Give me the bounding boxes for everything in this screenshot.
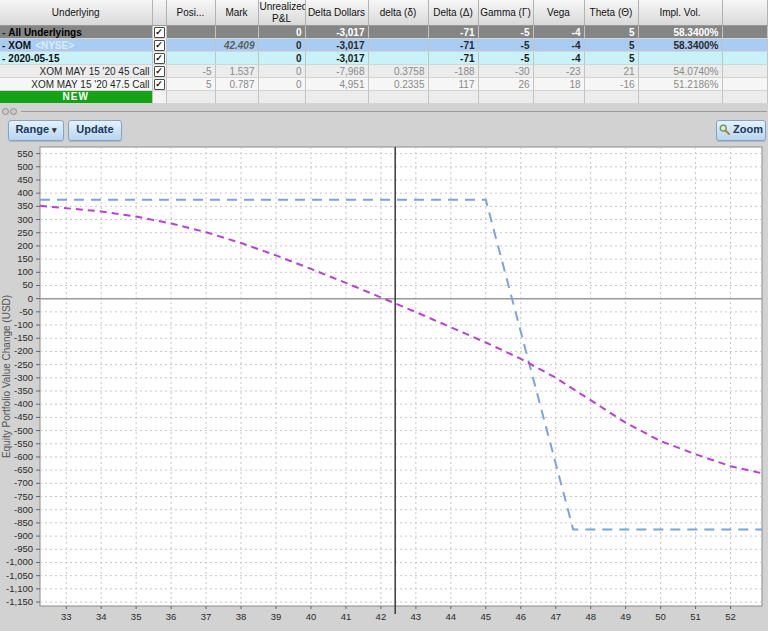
column-header-gamma[interactable]: Gamma (Γ) [478,0,533,26]
cell-delta-small: 0.3758 [368,65,428,78]
cell-delta-cap: 117 [428,78,478,91]
cell-impl-vol: 58.3400% [638,26,722,39]
svg-text:36: 36 [166,611,177,622]
cell-filler [722,39,768,52]
cell-unrealized-pl: 0 [258,39,305,52]
column-header-delta_dollars[interactable]: Delta Dollars [305,0,368,26]
svg-text:44: 44 [446,611,457,622]
cell-include: ✓ [152,39,166,52]
cell-delta-dollars: 4,951 [305,78,368,91]
column-header-underlying[interactable]: Underlying [0,0,152,26]
column-header-mark[interactable]: Mark [215,0,258,26]
splitter-dot-icon [10,108,17,115]
svg-text:-1,000: -1,000 [6,556,33,567]
include-checkbox[interactable]: ✓ [154,40,165,51]
cell-gamma: -30 [478,65,533,78]
svg-text:-250: -250 [14,359,33,370]
table-row[interactable]: XOM MAY 15 '20 47.5 Call✓50.78704,9510.2… [0,78,768,91]
cell-delta-small [368,91,428,104]
svg-text:500: 500 [17,161,33,172]
update-button[interactable]: Update [68,120,122,141]
table-row[interactable]: -XOM<NYSE>✓42.4090-3,017-71-5-4558.3400% [0,39,768,52]
cell-position [166,26,215,39]
svg-text:-300: -300 [14,372,33,383]
svg-text:-50: -50 [19,306,33,317]
chart-toolbar: Range Update Zoom [0,118,768,142]
cell-include: ✓ [152,78,166,91]
cell-underlying: XOM MAY 15 '20 47.5 Call [0,78,152,91]
svg-text:-800: -800 [14,504,33,515]
cell-mark [215,52,258,65]
cell-impl-vol: 51.2186% [638,78,722,91]
table-row[interactable]: NEW [0,91,768,104]
cell-position [166,39,215,52]
cell-impl-vol: 58.3400% [638,39,722,52]
cell-impl-vol: 54.0740% [638,65,722,78]
risk-profile-chart[interactable]: 550500450400350300250200150100500-50-100… [0,142,768,631]
svg-text:450: 450 [17,174,33,185]
column-header-impl_vol[interactable]: Impl. Vol. [638,0,722,26]
include-checkbox[interactable]: ✓ [154,27,165,38]
underlying-label: XOM [8,40,31,51]
cell-theta: 5 [584,39,638,52]
positions-table: UnderlyingPosi...MarkUnrealized P&LDelta… [0,0,768,104]
cell-vega: -4 [533,26,584,39]
svg-text:-750: -750 [14,491,33,502]
cell-vega: -23 [533,65,584,78]
cell-mark: 0.787 [215,78,258,91]
svg-text:550: 550 [17,148,33,159]
cell-gamma: -5 [478,26,533,39]
cell-gamma: 26 [478,78,533,91]
svg-text:150: 150 [17,253,33,264]
svg-text:37: 37 [201,611,212,622]
zoom-button[interactable]: Zoom [716,120,766,141]
column-header-delta_cap[interactable]: Delta (Δ) [428,0,478,26]
svg-text:43: 43 [411,611,422,622]
range-button-label: Range [15,123,49,135]
cell-delta-dollars: -7,968 [305,65,368,78]
cell-delta-dollars [305,91,368,104]
column-header-position[interactable]: Posi... [166,0,215,26]
include-checkbox[interactable]: ✓ [154,79,165,90]
include-checkbox[interactable]: ✓ [154,53,165,64]
cell-include: ✓ [152,52,166,65]
cell-position [166,91,215,104]
svg-text:-700: -700 [14,477,33,488]
range-button[interactable]: Range [8,120,64,141]
cell-theta: -16 [584,78,638,91]
cell-unrealized-pl: 0 [258,65,305,78]
svg-text:100: 100 [17,266,33,277]
column-header-unrealized_pl[interactable]: Unrealized P&L [258,0,305,26]
column-header-theta[interactable]: Theta (Θ) [584,0,638,26]
underlying-label: 2020-05-15 [8,53,59,64]
new-position-badge[interactable]: NEW [0,91,152,103]
cell-delta-small [368,26,428,39]
svg-text:52: 52 [725,611,736,622]
cell-mark: 1.537 [215,65,258,78]
cell-unrealized-pl [258,91,305,104]
svg-text:47: 47 [550,611,561,622]
cell-include: ✓ [152,65,166,78]
column-header-delta_small[interactable]: delta (δ) [368,0,428,26]
cell-delta-dollars: -3,017 [305,39,368,52]
cell-theta: 21 [584,65,638,78]
cell-filler [722,52,768,65]
column-header-check[interactable] [152,0,166,26]
cell-unrealized-pl: 0 [258,78,305,91]
cell-underlying: -All Underlyings [0,26,152,39]
cell-underlying: XOM MAY 15 '20 45 Call [0,65,152,78]
cell-delta-small [368,52,428,65]
include-checkbox[interactable]: ✓ [154,66,165,77]
table-row[interactable]: -All Underlyings✓0-3,017-71-5-4558.3400% [0,26,768,39]
update-button-label: Update [76,123,113,135]
svg-text:39: 39 [271,611,282,622]
cell-underlying: -2020-05-15 [0,52,152,65]
column-header-vega[interactable]: Vega [533,0,584,26]
cell-vega: 18 [533,78,584,91]
table-row[interactable]: XOM MAY 15 '20 45 Call✓-51.5370-7,9680.3… [0,65,768,78]
table-row[interactable]: -2020-05-15✓0-3,017-71-5-45 [0,52,768,65]
column-header-filler[interactable] [722,0,768,26]
cell-position: -5 [166,65,215,78]
splitter-handle[interactable] [0,104,768,118]
svg-text:50: 50 [22,279,33,290]
